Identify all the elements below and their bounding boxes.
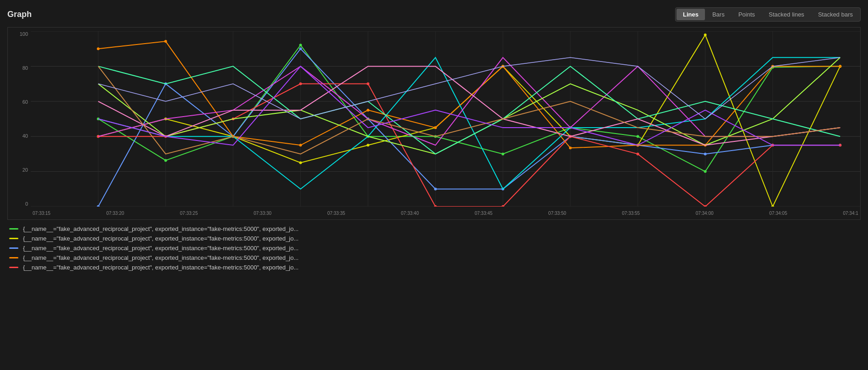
svg-point-32 — [299, 161, 302, 164]
svg-point-69 — [366, 83, 369, 85]
y-axis: 100 80 60 40 20 0 — [8, 28, 31, 219]
view-buttons-group: Lines Bars Points Stacked lines Stacked … — [675, 7, 861, 22]
legend-color-3 — [9, 247, 18, 249]
y-label-0: 0 — [11, 201, 28, 207]
x-label-5: 07:33:35 — [327, 211, 345, 216]
svg-point-53 — [97, 47, 100, 50]
x-label-2: 07:33:20 — [106, 211, 124, 216]
svg-point-50 — [704, 152, 707, 155]
legend-item-3: {__name__="fake_advanced_reciprocal_proj… — [9, 245, 859, 252]
x-label-6: 07:33:40 — [401, 211, 419, 216]
x-label-12: 07:34:1 — [843, 211, 858, 216]
bars-button[interactable]: Bars — [706, 9, 731, 20]
svg-point-25 — [637, 135, 639, 138]
y-label-40: 40 — [11, 133, 28, 139]
y-label-20: 20 — [11, 167, 28, 173]
page-title: Graph — [7, 10, 32, 19]
legend-item-5: {__name__="fake_advanced_reciprocal_proj… — [9, 264, 859, 271]
svg-point-57 — [366, 109, 369, 112]
legend-color-5 — [9, 267, 18, 268]
svg-point-68 — [299, 83, 302, 85]
stacked-bars-button[interactable]: Stacked bars — [812, 9, 859, 20]
y-label-100: 100 — [11, 31, 28, 37]
y-label-80: 80 — [11, 65, 28, 71]
svg-point-44 — [299, 47, 302, 50]
x-label-9: 07:33:55 — [622, 211, 640, 216]
legend-text-1: {__name__="fake_advanced_reciprocal_proj… — [23, 225, 299, 232]
svg-point-58 — [434, 126, 437, 129]
x-label-1: 07:33:15 — [33, 211, 51, 216]
svg-point-46 — [434, 188, 437, 191]
legend-item-4: {__name__="fake_advanced_reciprocal_proj… — [9, 254, 859, 261]
legend-item-1: {__name__="fake_advanced_reciprocal_proj… — [9, 225, 859, 232]
legend-item-2: {__name__="fake_advanced_reciprocal_proj… — [9, 235, 859, 242]
svg-point-38 — [704, 34, 707, 36]
chart-svg — [31, 31, 860, 207]
svg-point-56 — [299, 144, 302, 146]
x-label-10: 07:34:00 — [696, 211, 714, 216]
legend-text-2: {__name__="fake_advanced_reciprocal_proj… — [23, 235, 299, 242]
legend-text-4: {__name__="fake_advanced_reciprocal_proj… — [23, 254, 299, 261]
main-container: Graph Lines Bars Points Stacked lines St… — [0, 0, 868, 278]
legend-text-3: {__name__="fake_advanced_reciprocal_proj… — [23, 245, 299, 252]
svg-point-73 — [637, 152, 639, 155]
header: Graph Lines Bars Points Stacked lines St… — [7, 7, 861, 22]
svg-point-54 — [164, 40, 167, 43]
x-label-8: 07:33:50 — [548, 211, 566, 216]
x-label-11: 07:34:05 — [769, 211, 787, 216]
legend-color-2 — [9, 238, 18, 239]
svg-point-26 — [704, 170, 707, 173]
svg-point-60 — [569, 146, 572, 149]
svg-point-23 — [502, 152, 504, 155]
x-label-3: 07:33:25 — [180, 211, 198, 216]
graph-area: 100 80 60 40 20 0 — [7, 27, 861, 220]
legend-text-5: {__name__="fake_advanced_reciprocal_proj… — [23, 264, 299, 271]
svg-point-20 — [299, 44, 302, 46]
svg-point-18 — [164, 159, 167, 162]
svg-point-64 — [839, 65, 841, 67]
stacked-lines-button[interactable]: Stacked lines — [762, 9, 811, 20]
legend: {__name__="fake_advanced_reciprocal_proj… — [7, 225, 861, 271]
legend-color-1 — [9, 228, 18, 230]
x-label-4: 07:33:30 — [254, 211, 271, 216]
legend-color-4 — [9, 257, 18, 258]
y-label-60: 60 — [11, 99, 28, 105]
x-label-7: 07:33:45 — [474, 211, 492, 216]
chart-wrapper — [31, 31, 860, 207]
svg-point-33 — [366, 144, 369, 146]
x-axis: 07:33:15 07:33:20 07:33:25 07:33:30 07:3… — [31, 207, 860, 219]
points-button[interactable]: Points — [732, 9, 761, 20]
lines-button[interactable]: Lines — [676, 9, 705, 20]
